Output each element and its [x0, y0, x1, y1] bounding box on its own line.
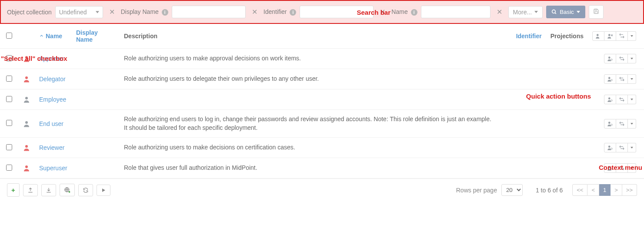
page-range-text: 1 to 6 of 6: [536, 187, 563, 194]
refresh-button[interactable]: [78, 184, 93, 196]
row-checkbox[interactable]: [6, 76, 12, 82]
context-menu-button[interactable]: [628, 143, 636, 152]
name-label: Name i: [391, 8, 417, 16]
object-collection-label: Object collection: [7, 9, 52, 16]
first-page-button[interactable]: <<: [572, 184, 587, 196]
table-row: ApproverRole authorizing users to make a…: [0, 49, 644, 69]
row-checkbox[interactable]: [6, 144, 12, 150]
column-name[interactable]: Name: [35, 24, 72, 49]
role-name-link[interactable]: Superuser: [39, 165, 67, 172]
play-icon: [101, 188, 106, 193]
info-icon[interactable]: i: [162, 9, 168, 16]
info-icon[interactable]: i: [411, 9, 417, 16]
context-menu-button[interactable]: [628, 74, 636, 84]
globe-button[interactable]: [60, 184, 75, 196]
annotation-search-bar: Search bar: [357, 8, 391, 16]
role-description: Role authorizing users to make approval …: [124, 54, 494, 63]
svg-point-5: [608, 34, 611, 36]
last-page-button[interactable]: >>: [622, 184, 637, 196]
svg-rect-2: [595, 9, 597, 10]
sort-asc-icon: [39, 33, 44, 40]
next-page-button[interactable]: >: [611, 184, 622, 196]
more-filters-button[interactable]: More...: [508, 6, 543, 18]
table-footer: + Rows per page 20 1 to 6 of 6: [0, 178, 644, 201]
display-name-input[interactable]: [172, 6, 246, 18]
unassign-button[interactable]: [604, 31, 616, 41]
assign-button[interactable]: [592, 31, 604, 41]
info-icon[interactable]: i: [290, 9, 296, 16]
recompute-button[interactable]: [616, 31, 628, 41]
svg-line-1: [555, 13, 556, 14]
rows-per-page-select[interactable]: 20: [501, 184, 523, 196]
role-description: Role that gives user full authorization …: [124, 164, 494, 172]
name-input[interactable]: [421, 6, 491, 18]
recompute-button[interactable]: [616, 119, 628, 129]
svg-point-12: [608, 77, 611, 79]
role-description: Role authorizing users to delegate their…: [124, 75, 494, 83]
chevron-down-icon: [631, 147, 633, 149]
column-display-name[interactable]: Display Name: [72, 24, 120, 49]
role-name-link[interactable]: Reviewer: [39, 144, 64, 151]
play-button[interactable]: [97, 185, 110, 196]
annotation-select-all: "Select all" checkbox: [1, 55, 67, 62]
table-row: End userRole authorizing end users to lo…: [0, 110, 644, 138]
add-button[interactable]: +: [7, 183, 20, 197]
row-checkbox[interactable]: [6, 120, 12, 126]
context-menu-button[interactable]: [628, 54, 636, 63]
save-icon: [593, 8, 599, 14]
export-button[interactable]: [23, 184, 38, 196]
role-description: Role authorizing end users to log in, ch…: [124, 115, 494, 132]
svg-marker-29: [102, 188, 105, 192]
row-checkbox[interactable]: [6, 165, 12, 171]
page-1-button[interactable]: 1: [599, 184, 611, 196]
chevron-down-icon: [577, 11, 580, 13]
svg-point-22: [611, 148, 613, 150]
svg-point-16: [611, 100, 613, 102]
chevron-down-icon: [631, 35, 633, 37]
role-name-link[interactable]: Delegator: [39, 76, 66, 83]
search-icon: [551, 9, 557, 15]
chevron-down-icon: [631, 99, 633, 100]
object-collection-select[interactable]: Undefined: [55, 6, 103, 18]
svg-point-20: [25, 145, 28, 148]
clear-name-icon[interactable]: ✕: [494, 8, 505, 16]
assign-button[interactable]: [604, 74, 616, 84]
svg-point-18: [608, 122, 611, 124]
svg-point-0: [552, 10, 556, 13]
clear-collection-icon[interactable]: ✕: [107, 8, 117, 16]
search-mode-button[interactable]: Basic: [546, 6, 585, 18]
svg-point-14: [25, 97, 28, 99]
recompute-button[interactable]: [616, 95, 628, 104]
context-menu-button[interactable]: [628, 95, 636, 104]
assign-button[interactable]: [604, 143, 616, 152]
import-button[interactable]: [41, 184, 56, 196]
annotation-context-menu: Context menu: [599, 164, 642, 171]
save-search-button[interactable]: [589, 5, 604, 19]
context-menu-button[interactable]: [628, 119, 636, 129]
role-name-link[interactable]: End user: [39, 120, 63, 127]
select-all-checkbox[interactable]: [6, 33, 12, 39]
assign-button[interactable]: [604, 54, 616, 63]
prev-page-button[interactable]: <: [587, 184, 599, 196]
row-checkbox[interactable]: [6, 96, 12, 102]
recompute-button[interactable]: [616, 54, 628, 63]
recompute-button[interactable]: [616, 143, 628, 152]
context-menu-button[interactable]: [628, 31, 636, 41]
svg-point-10: [611, 59, 613, 61]
table-row: SuperuserRole that gives user full autho…: [0, 158, 644, 178]
svg-point-13: [611, 79, 613, 81]
role-name-link[interactable]: Employee: [39, 96, 66, 103]
clear-display-name-icon[interactable]: ✕: [249, 8, 260, 16]
svg-point-11: [25, 76, 28, 79]
identifier-label: Identifier i: [264, 8, 297, 16]
table-row: DelegatorRole authorizing users to deleg…: [0, 69, 644, 89]
recompute-button[interactable]: [616, 74, 628, 84]
assign-button[interactable]: [604, 95, 616, 104]
display-name-label: Display Name i: [121, 8, 168, 16]
chevron-down-icon: [631, 78, 633, 80]
assign-button[interactable]: [604, 119, 616, 129]
role-icon: [23, 96, 30, 103]
column-identifier[interactable]: Identifier: [505, 24, 546, 49]
role-icon: [23, 120, 30, 127]
rows-per-page-label: Rows per page: [456, 187, 497, 194]
